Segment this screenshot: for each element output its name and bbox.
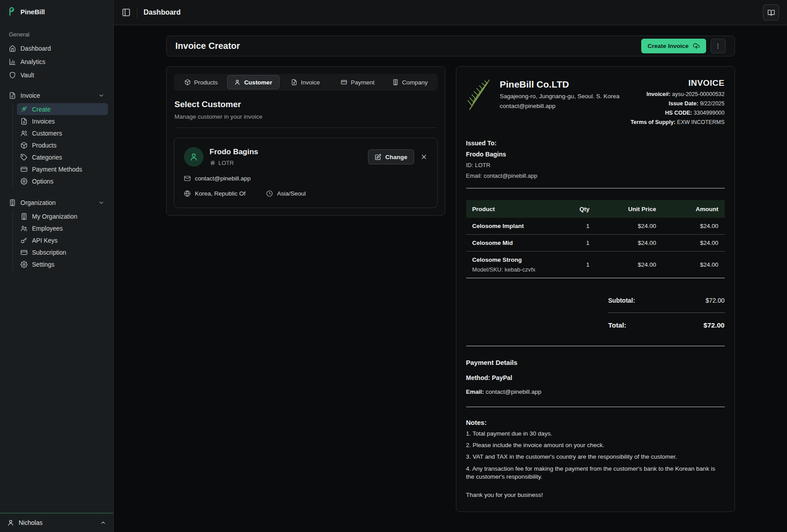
brand-name: PineBill xyxy=(20,8,45,16)
sidebar-item-label: Products xyxy=(32,142,56,149)
chevron-down-icon xyxy=(98,92,104,99)
sidebar-item-invoices[interactable]: Invoices xyxy=(17,115,108,127)
more-options-button[interactable] xyxy=(711,39,726,53)
brand[interactable]: PineBill xyxy=(0,0,113,22)
sidebar-item-api-keys[interactable]: API Keys xyxy=(17,234,108,246)
page-title: Invoice Creator xyxy=(176,41,240,51)
remove-customer-button[interactable] xyxy=(420,153,427,160)
main-area: Dashboard Invoice Creator Create Invoice xyxy=(114,0,787,532)
tab-invoice[interactable]: Invoice xyxy=(280,75,332,89)
cloud-upload-icon xyxy=(693,43,700,50)
invoice-editor-panel: Products Customer Invoice xyxy=(166,66,445,216)
total-value: $72.00 xyxy=(703,321,724,329)
table-row: Celosome StrongModel/SKU: kebab-czvfx 1 … xyxy=(466,252,725,278)
sidebar-item-subscription[interactable]: Subscription xyxy=(17,246,108,258)
tag-icon xyxy=(20,154,28,161)
item-name: Celosome Mid xyxy=(472,240,513,246)
col-amount: Amount xyxy=(656,206,719,212)
item-name: Celosome Implant xyxy=(472,223,524,229)
create-invoice-button[interactable]: Create Invoice xyxy=(641,39,706,53)
sidebar-item-label: API Keys xyxy=(32,237,58,244)
customer-id: LOTR xyxy=(219,160,234,166)
sidebar-item-options[interactable]: Options xyxy=(17,175,108,187)
tab-products[interactable]: Products xyxy=(175,75,228,89)
sidebar-item-dashboard[interactable]: Dashboard xyxy=(5,42,108,55)
sidebar-item-label: Analytics xyxy=(20,58,45,65)
invoice-number-line: Invoice#: aysu-2025-00000532 xyxy=(631,91,725,97)
customer-country: Korea, Republic Of xyxy=(195,190,246,197)
table-row: Celosome Implant 1 $24.00 $24.00 xyxy=(466,218,725,235)
selected-customer-card: Frodo Bagins LOTR xyxy=(174,138,438,208)
hs-code-value: 3304999000 xyxy=(692,110,725,116)
sidebar-item-payment-methods[interactable]: Payment Methods xyxy=(17,163,108,175)
sidebar-item-vault[interactable]: Vault xyxy=(5,68,108,82)
tab-company[interactable]: Company xyxy=(384,75,436,89)
editor-subheading: Manage customer in your invoice xyxy=(175,113,437,120)
topbar-title: Dashboard xyxy=(144,8,181,16)
customer-timezone: Asia/Seoul xyxy=(277,190,306,197)
change-button-label: Change xyxy=(385,154,407,160)
organization-subnav: My Organization Employees API Keys Subsc… xyxy=(12,210,108,270)
sidebar-item-label: Employees xyxy=(32,225,63,232)
credit-card-icon xyxy=(20,249,28,256)
page-header: Invoice Creator Create Invoice xyxy=(166,36,735,56)
payment-email-line: Email: contact@pinebill.app xyxy=(466,388,725,395)
payment-method-value: PayPal xyxy=(490,374,512,381)
tab-label: Payment xyxy=(351,79,374,86)
sidebar-item-create[interactable]: Create xyxy=(17,103,108,115)
item-amount: $24.00 xyxy=(656,240,719,246)
issue-date-label: Issue Date: xyxy=(669,100,699,107)
tab-payment[interactable]: Payment xyxy=(332,75,384,89)
globe-icon xyxy=(184,190,191,197)
building-icon xyxy=(392,79,399,85)
sidebar-item-label: Options xyxy=(32,178,53,185)
sidebar-item-label: Subscription xyxy=(32,249,66,256)
tab-customer[interactable]: Customer xyxy=(227,75,280,89)
close-icon xyxy=(420,153,427,160)
payment-email-value: contact@pinebill.app xyxy=(484,388,541,395)
bar-chart-icon xyxy=(9,58,16,65)
issued-to-email: Email: contact@pinebill.app xyxy=(466,172,725,179)
terms-line: Terms of Supply: EXW INCOTERMS xyxy=(631,119,725,125)
divider xyxy=(608,312,725,313)
users-icon xyxy=(20,225,28,232)
item-name: Celosome Strong xyxy=(472,256,522,263)
invoice-company-email: contact@pinebill.app xyxy=(500,103,619,109)
total-label: Total: xyxy=(608,321,627,329)
sidebar-item-settings[interactable]: Settings xyxy=(17,258,108,270)
sidebar-item-label: Create xyxy=(32,106,51,113)
sidebar-item-employees[interactable]: Employees xyxy=(17,222,108,234)
building-icon xyxy=(9,199,16,206)
payment-email-label: Email: xyxy=(466,388,484,395)
col-qty: Qty xyxy=(554,206,590,212)
sidebar-item-categories[interactable]: Categories xyxy=(17,151,108,163)
subtotal-value: $72.00 xyxy=(706,297,725,304)
change-customer-button[interactable]: Change xyxy=(368,149,414,164)
tab-label: Invoice xyxy=(301,79,320,86)
sidebar-item-my-organization[interactable]: My Organization xyxy=(17,210,108,222)
notes-heading: Notes: xyxy=(466,419,725,426)
docs-button[interactable] xyxy=(763,4,779,20)
sidebar-item-analytics[interactable]: Analytics xyxy=(5,55,108,68)
chevron-up-icon xyxy=(100,520,106,526)
user-icon xyxy=(234,79,240,85)
sidebar-group-organization[interactable]: Organization xyxy=(5,196,108,209)
sidebar-group-invoice[interactable]: Invoice xyxy=(5,89,108,102)
gear-icon xyxy=(20,261,28,268)
invoice-number-label: Invoice#: xyxy=(647,91,671,97)
sidebar-item-customers[interactable]: Customers xyxy=(17,127,108,139)
sidebar-item-label: My Organization xyxy=(32,213,77,220)
book-open-icon xyxy=(767,9,775,16)
note-line: 4. Any transaction fee for making the pa… xyxy=(466,465,725,481)
sidebar-toggle-button[interactable] xyxy=(122,8,131,17)
thanks-note: Thank you for your business! xyxy=(466,492,725,498)
topbar: Dashboard xyxy=(114,0,787,25)
user-icon xyxy=(7,519,14,526)
sidebar-item-products[interactable]: Products xyxy=(17,139,108,151)
item-unit-price: $24.00 xyxy=(590,240,656,246)
topbar-divider xyxy=(137,7,137,18)
tab-label: Company xyxy=(402,79,428,86)
receipt-icon xyxy=(20,118,28,125)
user-menu[interactable]: Nicholas xyxy=(0,513,113,532)
sidebar-item-label: Payment Methods xyxy=(32,166,82,173)
